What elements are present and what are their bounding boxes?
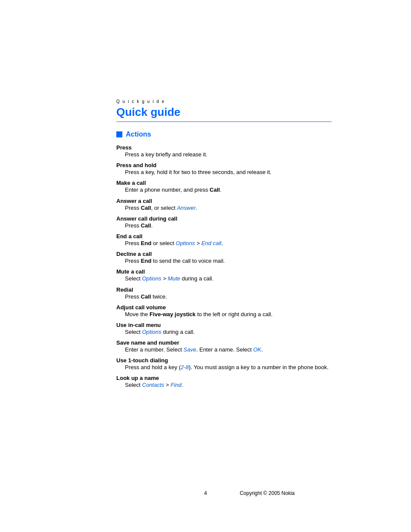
link-options-2[interactable]: Options: [142, 275, 162, 282]
section-label: Q u i c k g u i d e: [116, 99, 332, 104]
link-answer[interactable]: Answer: [177, 205, 196, 211]
bold-end-1: End: [141, 240, 152, 246]
entry-end-call: End a call Press End or select Options >…: [116, 233, 332, 247]
page: Q u i c k g u i d e Quick guide Actions …: [0, 0, 411, 532]
link-options-1[interactable]: Options: [176, 240, 195, 246]
link-mute[interactable]: Mute: [168, 275, 180, 282]
link-save[interactable]: Save: [184, 346, 196, 353]
entry-body-make-call: Enter a phone number, and press Call.: [116, 186, 332, 194]
entry-title-make-call: Make a call: [116, 180, 332, 186]
bold-end-2: End: [141, 258, 152, 264]
entry-body-press: Press a key briefly and release it.: [116, 151, 332, 159]
entry-adjust-volume: Adjust call volume Move the Five-way joy…: [116, 304, 332, 318]
entry-press-hold: Press and hold Press a key, hold it for …: [116, 162, 332, 176]
link-find[interactable]: Find: [171, 382, 181, 388]
footer-copyright: Copyright © 2005 Nokia: [240, 490, 295, 496]
entry-title-answer-during: Answer call during call: [116, 215, 332, 222]
entry-title-look-up: Look up a name: [116, 375, 332, 381]
entry-in-call-menu: Use in-call menu Select Options during a…: [116, 322, 332, 336]
entry-body-decline-call: Press End to send the call to voice mail…: [116, 257, 332, 265]
link-end-call[interactable]: End call: [201, 240, 221, 246]
entry-body-one-touch: Press and hold a key (2-8). You must ass…: [116, 364, 332, 371]
link-contacts[interactable]: Contacts: [142, 382, 164, 388]
section-title: Actions: [126, 131, 151, 138]
entry-body-mute-call: Select Options > Mute during a call.: [116, 275, 332, 283]
entry-body-press-hold: Press a key, hold it for two to three se…: [116, 168, 332, 176]
footer-page-number: 4: [204, 490, 207, 496]
entry-title-in-call-menu: Use in-call menu: [116, 322, 332, 328]
content-area: Q u i c k g u i d e Quick guide Actions …: [116, 99, 332, 393]
link-ok[interactable]: OK: [253, 346, 262, 353]
entry-title-press: Press: [116, 144, 332, 151]
entry-answer-during: Answer call during call Press Call.: [116, 215, 332, 230]
entry-redial: Redial Press Call twice.: [116, 286, 332, 301]
entry-body-end-call: Press End or select Options > End call.: [116, 240, 332, 247]
entry-decline-call: Decline a call Press End to send the cal…: [116, 251, 332, 265]
entry-title-redial: Redial: [116, 286, 332, 293]
link-2-8[interactable]: 2-8: [181, 364, 189, 370]
entry-title-one-touch: Use 1-touch dialing: [116, 357, 332, 364]
entry-make-call: Make a call Enter a phone number, and pr…: [116, 180, 332, 194]
link-options-3[interactable]: Options: [142, 329, 162, 335]
entry-title-answer-call: Answer a call: [116, 198, 332, 204]
entry-title-press-hold: Press and hold: [116, 162, 332, 168]
entry-mute-call: Mute a call Select Options > Mute during…: [116, 268, 332, 283]
entry-body-look-up: Select Contacts > Find.: [116, 381, 332, 389]
entry-body-redial: Press Call twice.: [116, 293, 332, 301]
entry-save-name: Save name and number Enter a number. Sel…: [116, 339, 332, 354]
entry-one-touch: Use 1-touch dialing Press and hold a key…: [116, 357, 332, 371]
entry-body-answer-during: Press Call.: [116, 222, 332, 230]
page-title: Quick guide: [116, 106, 332, 122]
entry-press: Press Press a key briefly and release it…: [116, 144, 332, 159]
bold-call-1: Call: [210, 187, 220, 193]
entry-look-up: Look up a name Select Contacts > Find.: [116, 375, 332, 389]
bold-joystick: Five-way joystick: [149, 311, 196, 317]
entry-body-answer-call: Press Call, or select Answer.: [116, 204, 332, 212]
entry-title-adjust-volume: Adjust call volume: [116, 304, 332, 311]
bold-call-4: Call: [141, 293, 151, 300]
entry-title-decline-call: Decline a call: [116, 251, 332, 257]
entry-title-end-call: End a call: [116, 233, 332, 240]
bold-call-3: Call: [141, 222, 151, 229]
entry-title-mute-call: Mute a call: [116, 268, 332, 275]
entry-body-adjust-volume: Move the Five-way joystick to the left o…: [116, 311, 332, 318]
entry-body-save-name: Enter a number. Select Save. Enter a nam…: [116, 346, 332, 354]
bold-call-2: Call: [141, 205, 151, 211]
entry-answer-call: Answer a call Press Call, or select Answ…: [116, 198, 332, 212]
section-heading: Actions: [116, 131, 332, 138]
actions-icon: [116, 131, 122, 137]
entry-body-in-call-menu: Select Options during a call.: [116, 328, 332, 336]
entry-title-save-name: Save name and number: [116, 339, 332, 346]
